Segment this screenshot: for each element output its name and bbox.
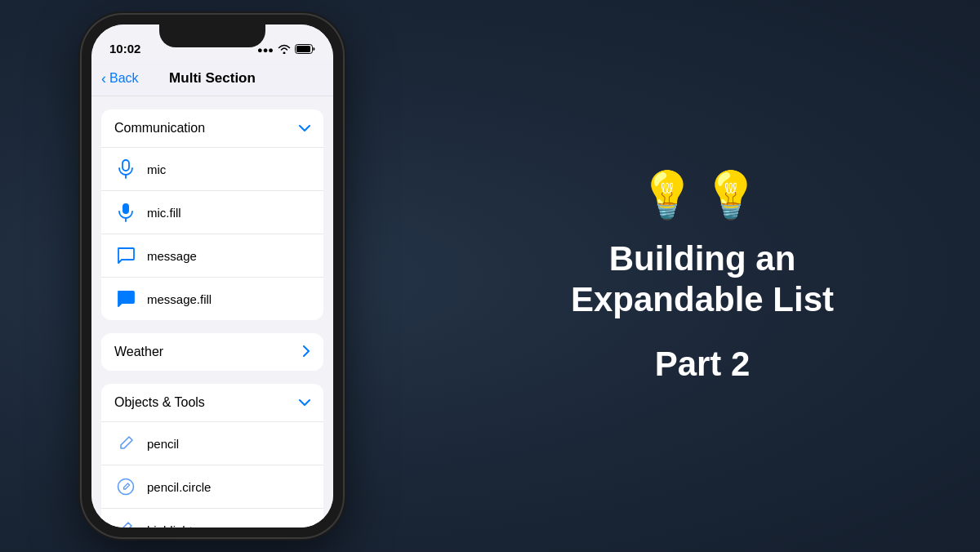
status-icons: ●●● (257, 44, 315, 56)
chevron-right-icon (303, 345, 310, 359)
wifi-icon (278, 44, 291, 56)
status-time: 10:02 (109, 42, 140, 56)
item-label-pencil-circle: pencil.circle (147, 480, 211, 494)
section-weather-title: Weather (114, 345, 163, 359)
list-item[interactable]: pencil (101, 421, 323, 465)
svg-point-6 (118, 479, 134, 495)
section-weather-header[interactable]: Weather (101, 333, 323, 371)
chevron-down-icon-2 (299, 396, 310, 409)
section-objects-tools: Objects & Tools penc (101, 384, 323, 528)
list-item[interactable]: message.fill (101, 277, 323, 320)
list-item[interactable]: highlighter (101, 508, 323, 528)
list-item[interactable]: mic.fill (101, 190, 323, 234)
section-communication: Communication (101, 109, 323, 320)
iphone-frame: 10:02 ●●● (82, 15, 343, 537)
lightbulb-icons: 💡💡 (639, 168, 766, 222)
svg-rect-1 (296, 46, 310, 52)
section-communication-header[interactable]: Communication (101, 109, 323, 147)
signal-icon: ●●● (257, 45, 274, 55)
item-label-message-fill: message.fill (147, 292, 212, 306)
battery-icon (295, 44, 315, 56)
back-chevron-icon: ‹ (101, 71, 106, 86)
section-objects-tools-header[interactable]: Objects & Tools (101, 384, 323, 421)
iphone-notch (159, 24, 265, 47)
title-line1: Building an (609, 239, 796, 278)
item-label-pencil: pencil (147, 437, 179, 451)
main-title: Building an Expandable List (571, 238, 834, 321)
item-label-mic-fill: mic.fill (147, 206, 181, 220)
mic-fill-icon (114, 201, 137, 224)
navigation-bar: ‹ Back Multi Section (91, 60, 333, 96)
back-label: Back (109, 71, 139, 86)
title-line2: Expandable List (571, 280, 834, 318)
chevron-down-icon (299, 122, 310, 135)
mic-outline-icon (114, 158, 137, 180)
section-weather: Weather (101, 333, 323, 371)
list-item[interactable]: message (101, 234, 323, 277)
section-objects-tools-title: Objects & Tools (114, 395, 205, 410)
section-communication-title: Communication (114, 121, 205, 136)
highlighter-icon (114, 519, 137, 528)
back-button[interactable]: ‹ Back (101, 71, 139, 86)
message-fill-icon (114, 287, 137, 310)
svg-rect-4 (122, 203, 129, 214)
iphone-screen: 10:02 ●●● (91, 24, 333, 528)
list-item[interactable]: pencil.circle (101, 465, 323, 508)
list-content: Communication (91, 96, 333, 528)
item-label-highlighter: highlighter (147, 523, 203, 528)
message-outline-icon (114, 244, 137, 267)
list-item[interactable]: mic (101, 147, 323, 190)
svg-rect-2 (122, 160, 129, 171)
subtitle: Part 2 (655, 345, 751, 384)
item-label-message: message (147, 249, 197, 263)
pencil-circle-icon (114, 475, 137, 498)
left-panel: 10:02 ●●● (0, 0, 425, 552)
item-label-mic: mic (147, 162, 166, 176)
pencil-icon (114, 432, 137, 455)
nav-title: Multi Section (169, 70, 256, 87)
right-panel: 💡💡 Building an Expandable List Part 2 (425, 136, 980, 417)
